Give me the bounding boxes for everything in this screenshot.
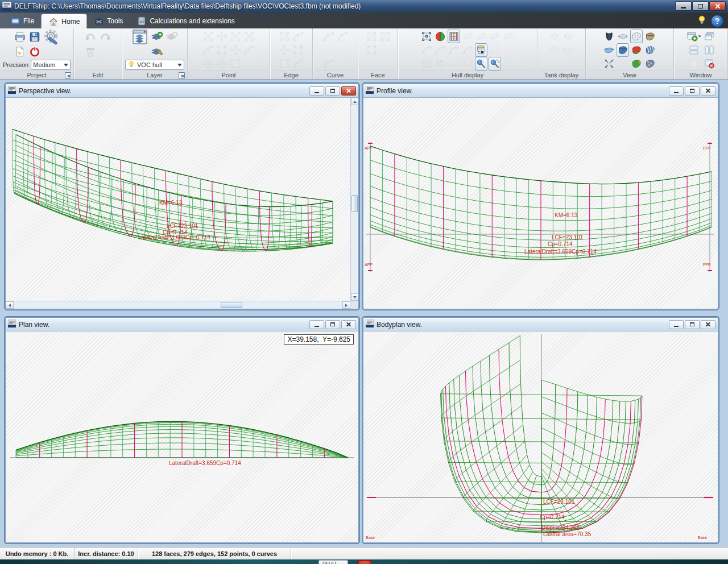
profile-restore-button[interactable] [685, 86, 700, 96]
mode-developability-button[interactable] [630, 57, 643, 70]
point-mirror-button[interactable] [202, 43, 214, 57]
show-hydrostatic-features-button[interactable] [475, 43, 487, 57]
show-curvature-scale-button[interactable] [461, 43, 474, 57]
layer-dropdown[interactable]: VOC hull [125, 60, 184, 70]
tank-view-1-button[interactable] [548, 30, 561, 43]
scroll-down-arrow[interactable] [351, 293, 358, 301]
show-flowlines-button[interactable] [489, 43, 501, 57]
pin-markers-button[interactable] [489, 57, 501, 70]
undo-button[interactable] [84, 30, 97, 44]
show-markers-button[interactable] [434, 57, 446, 70]
mode-gaussian-button[interactable] [630, 43, 643, 57]
project-dialog-launcher[interactable] [65, 72, 71, 78]
point-insert-plane-button[interactable] [229, 43, 242, 57]
profile-close-button[interactable] [701, 86, 715, 96]
edge-collapse-button[interactable] [278, 43, 291, 57]
profile-titlebar[interactable]: Profile view. [363, 84, 718, 98]
new-window-button[interactable] [686, 30, 702, 43]
taskbar-app-button[interactable]: DELFT [318, 560, 348, 564]
show-sectional-areas-button[interactable] [461, 57, 474, 70]
perspective-h-scrollbar[interactable] [6, 301, 350, 309]
scroll-left-arrow[interactable] [6, 301, 14, 309]
v-scroll-thumb[interactable] [351, 195, 358, 212]
scroll-right-arrow[interactable] [342, 301, 350, 309]
curve-add-button[interactable] [322, 30, 335, 43]
tank-view-2-button[interactable] [562, 30, 574, 43]
perspective-titlebar[interactable]: Perspective view. [6, 84, 358, 98]
tab-tools[interactable]: Tools [87, 14, 130, 28]
mode-environment-button[interactable] [644, 57, 656, 70]
point-add-button[interactable] [202, 30, 214, 43]
pin-hydrostatics-button[interactable] [475, 57, 487, 70]
tab-calculations-and-extensions[interactable]: Calculations and extensions [130, 14, 241, 28]
show-stations-button[interactable] [461, 30, 474, 43]
window-titlebar[interactable]: DELFTship: C:\Users\Thomas\Documents\Vir… [0, 0, 728, 13]
windows-taskbar[interactable]: DELFT [0, 559, 728, 564]
face-mirror-button[interactable] [379, 30, 391, 43]
point-project-button[interactable] [216, 43, 228, 57]
point-anchor-button[interactable] [229, 57, 242, 70]
plan-titlebar[interactable]: Plan view. [6, 318, 358, 331]
zoom-extents-button[interactable] [603, 57, 615, 70]
view-profile-button[interactable] [603, 43, 615, 57]
curve-intersect-button[interactable] [322, 57, 335, 70]
mode-wireframe-button[interactable] [630, 30, 643, 43]
close-all-windows-button[interactable] [703, 57, 715, 70]
mode-shaded-button[interactable] [644, 30, 656, 43]
show-interior-edges-button[interactable] [420, 57, 433, 70]
window-placeholder-button[interactable] [686, 57, 702, 70]
tab-file[interactable]: File [3, 14, 41, 28]
show-curvature-button[interactable] [434, 43, 446, 57]
edge-extrude-button[interactable] [278, 30, 291, 43]
point-collapse-button[interactable] [229, 30, 242, 43]
save-button[interactable] [28, 30, 42, 44]
profile-canvas[interactable] [363, 98, 717, 309]
h-scroll-thumb[interactable] [221, 302, 242, 308]
face-add-button[interactable] [365, 30, 378, 43]
show-waterlines-button[interactable] [489, 30, 501, 43]
edge-insert-button[interactable] [292, 43, 304, 57]
new-project-button[interactable] [13, 44, 27, 59]
show-control-curves-button[interactable] [420, 43, 433, 57]
exit-button[interactable] [28, 44, 42, 59]
precision-dropdown[interactable]: Medium [31, 60, 71, 70]
point-align-button[interactable] [216, 30, 228, 43]
minimize-button[interactable] [675, 1, 692, 11]
bodyplan-close-button[interactable] [701, 320, 715, 329]
redo-button[interactable] [98, 30, 112, 44]
show-submerged-hull-button[interactable] [448, 57, 460, 70]
tank-view-4-button[interactable] [562, 43, 574, 57]
profile-minimize-button[interactable] [669, 86, 684, 96]
plan-close-button[interactable] [341, 320, 356, 329]
bodyplan-restore-button[interactable] [685, 320, 700, 329]
taskbar-app2-button[interactable] [357, 560, 372, 564]
show-normals-button[interactable] [448, 43, 460, 57]
perspective-close-button[interactable] [341, 86, 356, 96]
point-intersect-button[interactable] [243, 43, 255, 57]
layer-delete-button[interactable] [165, 30, 179, 44]
perspective-v-scrollbar[interactable] [350, 98, 358, 301]
cascade-windows-button[interactable] [703, 30, 715, 43]
point-spread-button[interactable] [243, 30, 255, 43]
print-button[interactable] [13, 30, 27, 44]
edge-crease-button[interactable] [292, 57, 304, 70]
plan-canvas[interactable] [6, 331, 357, 542]
maximize-button[interactable] [692, 1, 709, 11]
tank-view-3-button[interactable] [548, 43, 561, 57]
mode-zebra-button[interactable] [644, 43, 656, 57]
show-diagonals-button[interactable] [502, 30, 515, 43]
layer-edit-button[interactable] [150, 44, 164, 59]
close-button[interactable] [709, 1, 726, 11]
point-lock-button[interactable] [202, 57, 214, 70]
show-control-net-button[interactable] [420, 30, 433, 43]
view-plan-button[interactable] [617, 30, 629, 43]
show-grid-button[interactable] [448, 30, 460, 43]
point-unlock-button[interactable] [216, 57, 228, 70]
delete-button[interactable] [84, 44, 97, 59]
tab-home[interactable]: Home [41, 14, 87, 28]
edge-remove-button[interactable] [278, 57, 291, 70]
face-invert-button[interactable] [365, 43, 378, 57]
tip-bulb-icon[interactable] [696, 14, 708, 28]
tile-horizontal-button[interactable] [686, 43, 702, 57]
scroll-up-arrow[interactable] [351, 98, 358, 105]
